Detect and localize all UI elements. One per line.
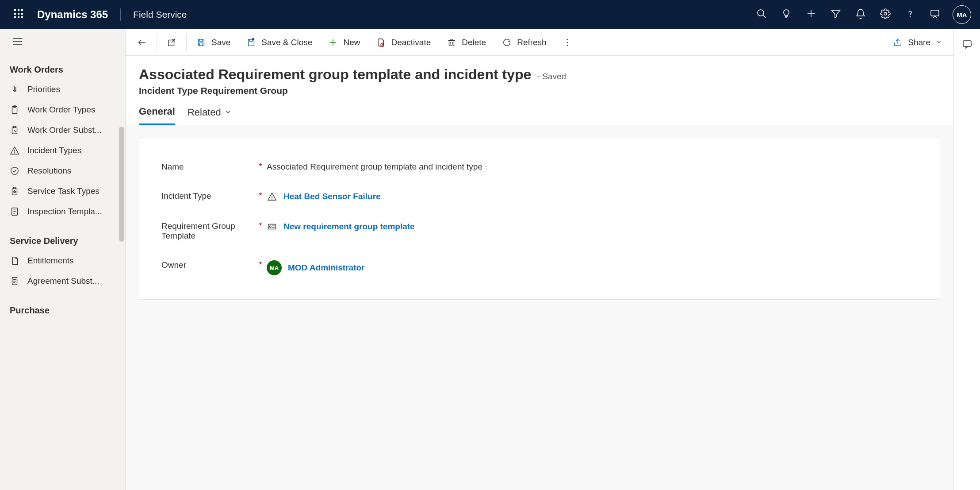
sidebar-item-priorities[interactable]: Priorities: [0, 79, 125, 100]
app-name[interactable]: Field Service: [133, 9, 187, 20]
tab-general[interactable]: General: [139, 106, 175, 125]
chat-icon: [930, 8, 940, 21]
new-button[interactable]: New: [320, 29, 368, 55]
app-launcher-button[interactable]: [9, 5, 28, 24]
nav-group-purchase: Purchase: [0, 299, 125, 320]
owner-initials: MA: [270, 265, 279, 271]
save-icon: [196, 38, 206, 47]
required-indicator: *: [254, 191, 267, 201]
svg-point-26: [15, 153, 15, 153]
copilot-button[interactable]: [958, 36, 976, 54]
svg-point-53: [567, 45, 568, 46]
req-group-template-lookup[interactable]: New requirement group template: [267, 221, 918, 232]
svg-rect-4: [18, 13, 19, 15]
lookup-link[interactable]: MOD Administrator: [288, 263, 364, 273]
help-button[interactable]: [900, 4, 921, 25]
sidebar-scrollbar[interactable]: [119, 127, 124, 242]
required-indicator: *: [254, 221, 267, 231]
plus-icon: [328, 38, 338, 47]
clipboard-edit-icon: [10, 125, 19, 135]
sidebar-item-workordersubst[interactable]: Work Order Subst...: [0, 120, 125, 140]
svg-rect-43: [250, 39, 253, 41]
clipboard-icon: [10, 105, 19, 115]
required-indicator: *: [254, 260, 267, 270]
refresh-button[interactable]: Refresh: [494, 29, 555, 55]
svg-rect-41: [199, 39, 202, 41]
sidebar-item-resolutions[interactable]: Resolutions: [0, 161, 125, 181]
deactivate-button[interactable]: Deactivate: [368, 29, 439, 55]
lookup-link[interactable]: New requirement group template: [283, 222, 415, 231]
sidebar-toggle-button[interactable]: [10, 35, 26, 50]
clipboard-star-icon: [10, 186, 19, 196]
svg-rect-2: [21, 9, 23, 11]
avatar-initials: MA: [957, 11, 967, 19]
form-tabs: General Related: [126, 96, 953, 125]
brand-name[interactable]: Dynamics 365: [37, 8, 121, 21]
sidebar-item-servicetasktypes[interactable]: Service Task Types: [0, 181, 125, 201]
chevron-down-icon: [225, 107, 232, 118]
svg-rect-15: [931, 10, 939, 16]
notifications-button[interactable]: [850, 4, 871, 25]
sidebar-item-incidenttypes[interactable]: Incident Types: [0, 140, 125, 161]
page-icon: [10, 256, 19, 266]
sidebar-item-entitlements[interactable]: Entitlements: [0, 251, 125, 271]
share-button[interactable]: Share: [885, 29, 950, 55]
right-rail: [953, 29, 980, 490]
svg-rect-5: [21, 13, 23, 15]
nav-group-workorders: Work Orders: [0, 58, 125, 79]
field-value-text: Associated Requirement group template an…: [267, 162, 482, 172]
svg-rect-8: [21, 16, 23, 18]
help-ideas-button[interactable]: [776, 4, 797, 25]
sidebar-item-agreementsubst[interactable]: Agreement Subst...: [0, 271, 125, 291]
refresh-icon: [502, 38, 512, 47]
save-close-icon: [246, 38, 256, 47]
delete-button[interactable]: Delete: [439, 29, 494, 55]
settings-button[interactable]: [875, 4, 896, 25]
assistant-button[interactable]: [924, 4, 946, 25]
save-close-label: Save & Close: [261, 38, 312, 47]
more-vertical-icon: [563, 38, 572, 47]
svg-point-56: [272, 199, 272, 199]
filter-button[interactable]: [825, 4, 846, 25]
save-close-button[interactable]: Save & Close: [238, 29, 320, 55]
user-avatar[interactable]: MA: [953, 5, 971, 24]
check-circle-icon: [10, 166, 19, 176]
search-button[interactable]: [751, 4, 772, 25]
lightbulb-icon: [781, 8, 792, 21]
back-icon: [137, 38, 147, 47]
quick-create-button[interactable]: [800, 4, 822, 25]
svg-line-10: [763, 15, 766, 18]
funnel-icon: [831, 8, 841, 21]
warning-icon: [10, 146, 19, 155]
sidebar-item-label: Priorities: [27, 85, 60, 94]
back-button[interactable]: [129, 29, 155, 55]
form-header: Associated Requirement group template an…: [126, 56, 953, 96]
sidebar-item-label: Work Order Subst...: [27, 125, 102, 135]
sidebar-item-label: Incident Types: [27, 146, 81, 155]
lookup-link[interactable]: Heat Bed Sensor Failure: [283, 192, 381, 201]
sidebar-item-inspectiontemplates[interactable]: Inspection Templa...: [0, 201, 125, 222]
open-record-button[interactable]: [159, 29, 184, 55]
owner-lookup[interactable]: MA MOD Administrator: [267, 260, 918, 275]
sidebar-item-label: Work Order Types: [27, 105, 95, 115]
svg-line-48: [381, 43, 384, 46]
sidebar-item-workordertypes[interactable]: Work Order Types: [0, 100, 125, 120]
save-button[interactable]: Save: [188, 29, 238, 55]
svg-rect-61: [963, 41, 971, 46]
field-name: Name * Associated Requirement group temp…: [161, 152, 918, 181]
svg-point-51: [567, 39, 568, 40]
delete-label: Delete: [462, 38, 486, 47]
nav-group-servicedelivery: Service Delivery: [0, 230, 125, 251]
field-label: Requirement Group Template: [161, 221, 254, 241]
document-icon: [10, 276, 19, 286]
svg-rect-1: [18, 9, 19, 11]
refresh-label: Refresh: [517, 38, 547, 47]
svg-point-27: [11, 167, 19, 175]
incident-type-lookup[interactable]: Heat Bed Sensor Failure: [267, 191, 918, 202]
svg-rect-3: [14, 13, 16, 15]
tab-related[interactable]: Related: [188, 106, 232, 125]
more-commands-button[interactable]: [555, 29, 580, 55]
trash-icon: [447, 38, 456, 47]
name-input[interactable]: Associated Requirement group template an…: [267, 162, 918, 172]
sidebar-item-label: Entitlements: [27, 256, 74, 266]
